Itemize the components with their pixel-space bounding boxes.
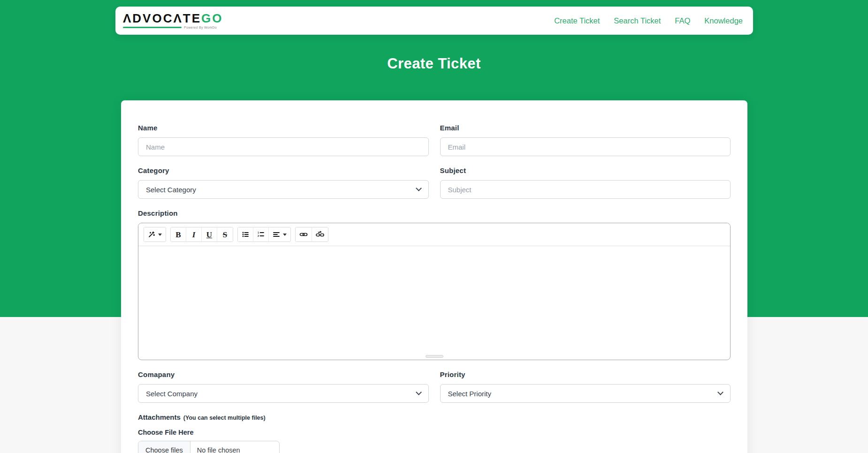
attachments-label-row: Attachments (You can select multiple fil… — [138, 413, 731, 421]
priority-label: Priority — [440, 370, 731, 378]
brand-underline — [123, 27, 182, 28]
unlink-button[interactable] — [312, 227, 328, 242]
choose-files-button[interactable]: Choose files — [138, 441, 190, 453]
company-selected-value: Select Company — [146, 390, 198, 398]
brand-name-black: ΛDVOCΛTE — [123, 11, 201, 25]
italic-icon: I — [192, 231, 196, 239]
row-name-email: Name Email — [138, 124, 731, 156]
brand-name-green: GO — [201, 11, 223, 25]
editor-resize-row — [138, 353, 730, 360]
description-editor-content[interactable] — [138, 246, 730, 353]
subject-input[interactable] — [440, 180, 731, 199]
list-button-group: 12 — [237, 227, 291, 242]
category-selected-value: Select Category — [146, 186, 196, 194]
strikethrough-icon: S — [223, 231, 227, 239]
svg-text:2: 2 — [258, 234, 259, 237]
underline-icon: U — [206, 231, 212, 239]
style-button-group — [144, 227, 166, 242]
italic-button[interactable]: I — [186, 227, 202, 242]
email-field-group: Email — [440, 124, 731, 156]
editor-toolbar: B I U S — [138, 223, 730, 246]
row-company-priority: Comapany Select Company Priority Select … — [138, 370, 731, 403]
priority-field-group: Priority Select Priority — [440, 370, 731, 403]
main-nav: Create Ticket Search Ticket FAQ Knowledg… — [554, 16, 743, 25]
attachments-file-input[interactable]: Choose files No file chosen — [138, 441, 280, 453]
nav-faq[interactable]: FAQ — [675, 16, 690, 25]
create-ticket-card: Name Email Category Select Category Subj… — [121, 100, 747, 453]
description-label: Description — [138, 209, 731, 217]
subject-label: Subject — [440, 166, 731, 174]
font-style-button-group: B I U S — [170, 227, 233, 242]
chevron-down-icon — [717, 389, 723, 395]
paragraph-align-button[interactable] — [269, 227, 290, 242]
editor-resize-handle[interactable] — [426, 355, 443, 358]
ordered-list-button[interactable]: 12 — [253, 227, 269, 242]
description-editor: B I U S — [138, 223, 731, 360]
nav-search-ticket[interactable]: Search Ticket — [614, 16, 661, 25]
priority-selected-value: Select Priority — [448, 390, 492, 398]
link-button-group — [295, 227, 328, 242]
unordered-list-icon — [242, 231, 249, 238]
nav-create-ticket[interactable]: Create Ticket — [554, 16, 600, 25]
category-field-group: Category Select Category — [138, 166, 429, 199]
unlink-icon — [316, 231, 324, 238]
company-label: Comapany — [138, 370, 429, 378]
chevron-down-icon — [416, 185, 422, 191]
company-field-group: Comapany Select Company — [138, 370, 429, 403]
link-button[interactable] — [296, 227, 312, 242]
choose-file-label: Choose File Here — [138, 429, 731, 436]
ordered-list-icon: 12 — [257, 231, 265, 238]
name-label: Name — [138, 124, 429, 132]
header-bar: ΛDVOCΛTEGO Powered By WorkDo Create Tick… — [115, 7, 753, 35]
attachments-hint: (You can select multiple files) — [183, 415, 266, 421]
caret-down-icon — [158, 234, 162, 236]
magic-wand-icon — [148, 231, 155, 238]
category-label: Category — [138, 166, 429, 174]
company-select[interactable]: Select Company — [138, 384, 429, 403]
file-chosen-status: No file chosen — [190, 441, 247, 453]
category-select[interactable]: Select Category — [138, 180, 429, 199]
attachments-label: Attachments — [138, 413, 181, 421]
email-input[interactable] — [440, 137, 731, 156]
email-label: Email — [440, 124, 731, 132]
brand-logo-subline: Powered By WorkDo — [123, 26, 223, 29]
link-icon — [299, 231, 308, 238]
page-title: Create Ticket — [0, 55, 868, 72]
priority-select[interactable]: Select Priority — [440, 384, 731, 403]
name-field-group: Name — [138, 124, 429, 156]
brand-logo-text: ΛDVOCΛTEGO — [123, 12, 223, 24]
powered-by-text: Powered By WorkDo — [184, 26, 217, 29]
magic-style-button[interactable] — [144, 227, 166, 242]
underline-button[interactable]: U — [202, 227, 217, 242]
brand-logo[interactable]: ΛDVOCΛTEGO Powered By WorkDo — [123, 12, 223, 29]
bold-button[interactable]: B — [171, 227, 186, 242]
svg-text:1: 1 — [258, 231, 259, 234]
paragraph-align-icon — [273, 231, 280, 238]
name-input[interactable] — [138, 137, 429, 156]
bold-icon: B — [175, 231, 181, 239]
unordered-list-button[interactable] — [238, 227, 253, 242]
chevron-down-icon — [416, 389, 422, 395]
row-category-subject: Category Select Category Subject — [138, 166, 731, 199]
nav-knowledge[interactable]: Knowledge — [704, 16, 743, 25]
subject-field-group: Subject — [440, 166, 731, 199]
strikethrough-button[interactable]: S — [217, 227, 233, 242]
caret-down-icon — [283, 234, 287, 236]
